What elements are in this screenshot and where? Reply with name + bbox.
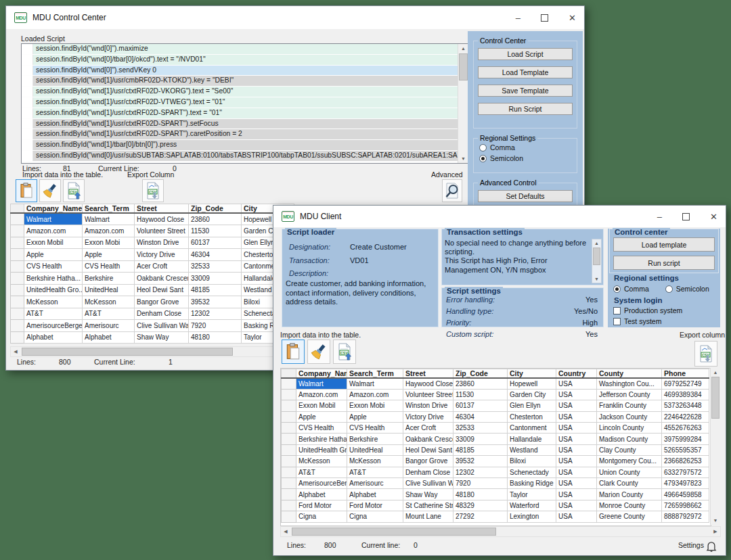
table-cell[interactable]: 4793497823 bbox=[662, 478, 709, 489]
scrollbar-thumb[interactable] bbox=[22, 348, 233, 356]
table-cell[interactable]: Berkshire bbox=[347, 434, 403, 444]
radio-option-comma[interactable]: Comma bbox=[479, 143, 523, 151]
table-cell[interactable]: Alphabet bbox=[296, 489, 347, 500]
table-cell[interactable]: 7920 bbox=[453, 478, 508, 489]
table-cell[interactable]: UnitedHeal bbox=[347, 444, 403, 455]
table-cell[interactable]: 33009 bbox=[453, 434, 508, 444]
clear-table-button[interactable] bbox=[307, 340, 330, 364]
table-cell[interactable]: Alphabet bbox=[83, 331, 135, 344]
scroll-up-icon[interactable]: ▲ bbox=[592, 241, 601, 246]
table-cell[interactable]: Alphabet bbox=[24, 331, 83, 344]
table-cell[interactable]: Union County bbox=[597, 467, 662, 477]
table-cell[interactable]: 2366826253 bbox=[662, 456, 709, 467]
table-cell[interactable]: Marion County bbox=[597, 489, 662, 500]
table-cell[interactable]: Chesterton bbox=[508, 411, 556, 422]
table-cell[interactable]: McKesson bbox=[83, 296, 135, 308]
table-cell[interactable]: Greene County bbox=[597, 511, 662, 522]
clear-table-button[interactable] bbox=[39, 179, 61, 202]
table-cell[interactable]: 11530 bbox=[453, 389, 508, 400]
table-cell[interactable]: Denham Close bbox=[403, 467, 453, 477]
table-cell[interactable]: 7920 bbox=[189, 320, 242, 332]
radio-option-comma[interactable]: Comma bbox=[613, 285, 649, 293]
row-header-cell[interactable] bbox=[282, 378, 296, 389]
row-header-cell[interactable] bbox=[282, 444, 296, 455]
table-cell[interactable]: 32533 bbox=[189, 260, 242, 273]
row-header-cell[interactable] bbox=[282, 500, 296, 511]
script-line[interactable]: session.findById("wnd[1]/usr/ctxtRF02D-S… bbox=[22, 108, 468, 119]
table-cell[interactable]: 39532 bbox=[453, 456, 508, 467]
save-template-button[interactable]: Save Template bbox=[478, 85, 573, 97]
import-csv-button[interactable]: CSV bbox=[63, 179, 85, 202]
scroll-down-icon[interactable]: ▼ bbox=[711, 518, 720, 523]
client-table-hscrollbar[interactable]: ◀ ▶ bbox=[280, 526, 721, 537]
table-cell[interactable]: Exxon Mobi bbox=[83, 237, 135, 249]
table-cell[interactable]: Winston Drive bbox=[403, 400, 453, 411]
table-cell[interactable]: Heol Dewi Sant bbox=[135, 284, 189, 296]
table-cell[interactable]: Clive Sullivan Way bbox=[403, 478, 453, 489]
column-header[interactable]: County bbox=[597, 369, 662, 379]
checkbox-option-test-system[interactable]: Test system bbox=[613, 317, 682, 325]
table-cell[interactable]: Oakbank Crescent bbox=[403, 434, 453, 444]
table-cell[interactable]: Shaw Way bbox=[403, 489, 453, 500]
client-table-vscrollbar[interactable]: ▲ ▼ bbox=[710, 368, 720, 525]
table-cell[interactable]: USA bbox=[556, 389, 597, 400]
table-cell[interactable]: Apple bbox=[83, 249, 135, 261]
table-cell[interactable]: 6332797572 bbox=[662, 467, 709, 477]
table-cell[interactable]: Victory Drive bbox=[403, 411, 453, 422]
table-cell[interactable]: CVS Health bbox=[296, 423, 347, 434]
table-cell[interactable]: Amazon.com bbox=[347, 389, 403, 400]
table-cell[interactable]: Cantonment bbox=[508, 423, 556, 434]
table-cell[interactable]: USA bbox=[556, 400, 597, 411]
table-cell[interactable]: Berkshire Hatha... bbox=[24, 273, 83, 285]
column-header[interactable]: Search_Term bbox=[83, 204, 135, 214]
table-cell[interactable]: 60137 bbox=[453, 400, 508, 411]
table-cell[interactable]: 60137 bbox=[189, 237, 242, 249]
column-header[interactable]: Company_Name bbox=[296, 369, 347, 379]
table-cell[interactable]: Winston Drive bbox=[135, 237, 189, 249]
table-cell[interactable]: Apple bbox=[296, 411, 347, 422]
paste-data-button[interactable] bbox=[16, 179, 37, 202]
advanced-search-button[interactable] bbox=[442, 179, 462, 202]
table-cell[interactable]: Amazon.com bbox=[296, 389, 347, 400]
row-header-cell[interactable] bbox=[11, 213, 24, 225]
table-cell[interactable]: 2246422628 bbox=[662, 411, 709, 422]
table-cell[interactable]: Haywood Close bbox=[135, 213, 189, 225]
script-line[interactable]: session.findById("wnd[1]/usr/ctxtRF02D-V… bbox=[22, 87, 468, 97]
table-cell[interactable]: Volunteer Street bbox=[135, 225, 189, 237]
row-header-cell[interactable] bbox=[282, 511, 296, 522]
row-header-cell[interactable] bbox=[11, 249, 24, 261]
script-line[interactable]: session.findById("wnd[1]/tbar[0]/btn[0]"… bbox=[22, 140, 468, 151]
column-header[interactable]: Phone bbox=[662, 369, 709, 379]
table-cell[interactable]: USA bbox=[556, 411, 597, 422]
script-list-vscrollbar[interactable]: ▲ ▼ bbox=[458, 44, 468, 163]
table-cell[interactable]: Cigna bbox=[296, 511, 347, 522]
table-cell[interactable]: Exxon Mobil bbox=[296, 400, 347, 411]
row-header-cell[interactable] bbox=[282, 489, 296, 500]
column-header[interactable]: Company_Name bbox=[24, 204, 83, 214]
export-csv-button[interactable]: CSV bbox=[694, 341, 717, 367]
checkbox-option-production-system[interactable]: Production system bbox=[613, 306, 682, 314]
table-cell[interactable]: 7265998662 bbox=[662, 500, 709, 511]
column-header[interactable]: Country bbox=[556, 369, 597, 379]
table-cell[interactable]: Alphabet bbox=[347, 489, 403, 500]
table-cell[interactable]: Washington Cou... bbox=[597, 378, 662, 389]
scroll-left-icon[interactable]: ◀ bbox=[13, 349, 18, 354]
column-header[interactable]: Street bbox=[135, 204, 189, 214]
table-cell[interactable]: CVS Health bbox=[83, 260, 135, 273]
script-line[interactable]: session.findById("wnd[1]/usr/ctxtRF02D-S… bbox=[22, 119, 468, 130]
table-cell[interactable]: UnitedHealth Gro... bbox=[296, 444, 347, 455]
table-cell[interactable]: Lexington bbox=[508, 511, 556, 522]
client-table[interactable]: Company_NameSearch_TermStreetZip_CodeCit… bbox=[280, 368, 711, 526]
table-cell[interactable]: Bangor Grove bbox=[135, 296, 189, 308]
table-cell[interactable]: 8888792972 bbox=[662, 511, 709, 522]
table-cell[interactable]: 48185 bbox=[189, 284, 242, 296]
table-cell[interactable]: AT&T bbox=[24, 308, 83, 320]
control-center-table[interactable]: Company_NameSearch_TermStreetZip_CodeCit… bbox=[10, 204, 295, 346]
column-header[interactable]: Search_Term bbox=[347, 369, 403, 379]
table-cell[interactable]: Apple bbox=[347, 411, 403, 422]
import-csv-button[interactable]: CSV bbox=[333, 340, 356, 364]
table-cell[interactable]: 39532 bbox=[189, 296, 242, 308]
table-cell[interactable]: Berkshire Hatha... bbox=[296, 434, 347, 444]
table-cell[interactable]: 33009 bbox=[189, 273, 242, 285]
table-cell[interactable]: AT&T bbox=[347, 467, 403, 477]
